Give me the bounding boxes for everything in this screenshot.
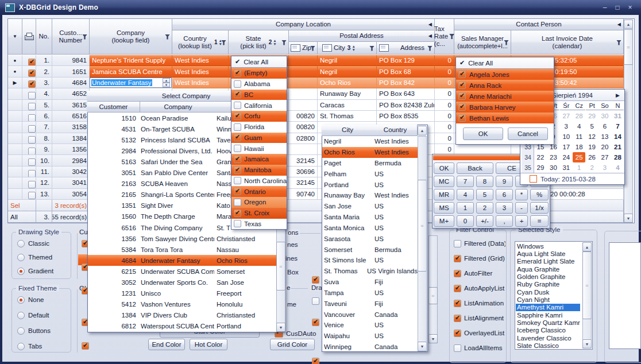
column-header-country[interactable]: Country(lookup list) 1 ▲▼ xyxy=(172,30,229,55)
checkbox[interactable] xyxy=(234,166,241,174)
list-item[interactable]: Aqua Graphite xyxy=(516,265,580,273)
checkbox[interactable] xyxy=(28,148,36,155)
grid-cell[interactable]: 30696 xyxy=(289,166,318,177)
list-item-selected[interactable]: Ocho RiosWest Indies xyxy=(322,147,418,158)
grid-cell[interactable]: 32145 xyxy=(289,177,318,188)
calc-button[interactable]: MR xyxy=(434,189,454,200)
state-option[interactable]: Texas xyxy=(231,219,287,230)
grid-cell[interactable]: 4684 xyxy=(52,78,90,88)
grid-cell[interactable] xyxy=(289,78,318,88)
grid-cell[interactable]: 0 xyxy=(435,55,454,66)
calendar-day[interactable]: 29 xyxy=(534,162,547,173)
checkbox[interactable] xyxy=(454,285,461,292)
radio-option-classic[interactable]: Classic xyxy=(17,239,69,248)
list-item[interactable]: 5412Vashon VenturesHonolulu xyxy=(88,299,276,310)
checkbox[interactable] xyxy=(234,91,241,98)
calc-button[interactable]: MC xyxy=(434,176,454,187)
column-header-company[interactable]: Company(lookup field) xyxy=(90,19,172,55)
grid-cell[interactable] xyxy=(22,88,36,99)
grid-cell[interactable]: 8. xyxy=(36,133,52,144)
calendar-day[interactable]: 17 xyxy=(560,142,573,152)
list-item[interactable]: 6215Underwater SCUBA CompanySomerset xyxy=(88,266,276,277)
checkbox[interactable] xyxy=(28,92,36,99)
filter-icon[interactable] xyxy=(165,34,170,40)
scroll-thumb[interactable]: = xyxy=(428,287,438,304)
grid-cell[interactable]: 1651 xyxy=(52,66,90,77)
calendar-day[interactable]: 7 xyxy=(611,121,624,131)
list-item[interactable]: SomersetBermuda xyxy=(322,244,418,255)
grid-cell[interactable]: Caracas xyxy=(318,100,377,111)
list-item[interactable]: SuvaFiji xyxy=(322,277,418,288)
checkbox[interactable] xyxy=(454,270,461,277)
filter-icon[interactable] xyxy=(369,46,374,51)
list-item[interactable]: 1231UniscoFreeport xyxy=(88,288,276,299)
calc-button[interactable]: 1 xyxy=(457,202,474,214)
checkbox[interactable] xyxy=(28,125,36,133)
list-item[interactable]: NegrilWest Indies xyxy=(322,136,418,147)
checkbox[interactable] xyxy=(312,276,319,284)
grid-cell[interactable] xyxy=(289,100,318,111)
checkbox[interactable] xyxy=(234,113,241,120)
calc-button[interactable]: 9 xyxy=(496,176,513,187)
scroll-thumb[interactable]: = xyxy=(276,242,285,291)
filter-icon[interactable] xyxy=(427,46,433,51)
scroll-down-button[interactable]: ▼ xyxy=(428,334,438,343)
radio-option-gradient[interactable]: Gradient xyxy=(17,266,69,276)
radio-option-buttons[interactable]: Buttons xyxy=(17,326,69,335)
current-row-indicator[interactable]: ▶ xyxy=(8,78,22,88)
grid-cell[interactable] xyxy=(8,88,22,99)
grid-cell[interactable]: 00820 xyxy=(289,122,318,133)
state-option[interactable]: BC xyxy=(231,90,287,100)
filter-option[interactable]: LoadAllItems xyxy=(454,343,505,353)
radio-button[interactable] xyxy=(17,327,25,335)
grid-cell[interactable] xyxy=(8,166,22,177)
column-header-state[interactable]: State(pick list) 2 ▲▼ xyxy=(229,30,289,55)
end-color-button[interactable]: End Color xyxy=(148,339,185,350)
grid-cell[interactable]: Ocho Rios xyxy=(318,78,377,88)
checkbox[interactable] xyxy=(312,297,319,305)
calendar-day[interactable]: 12 xyxy=(586,131,598,142)
radio-button[interactable] xyxy=(17,343,25,350)
grid-cell[interactable] xyxy=(22,133,36,144)
popup-column-customer[interactable]: Customer xyxy=(87,102,140,113)
list-item[interactable]: VancouverCanada xyxy=(322,309,418,320)
calc-button[interactable]: 3 xyxy=(496,202,513,214)
scroll-up-button[interactable]: ▲ xyxy=(624,20,633,29)
checkbox[interactable] xyxy=(234,134,241,141)
grid-cell[interactable]: 2. xyxy=(36,66,52,77)
calendar-day[interactable]: 21 xyxy=(611,142,624,152)
grid-cell[interactable]: 5. xyxy=(36,100,52,111)
grid-cell[interactable]: 0 xyxy=(435,111,454,122)
list-item[interactable]: 3052Underwater Sports Co.San Jose xyxy=(88,277,276,288)
grid-cell[interactable]: 3615 xyxy=(52,100,90,111)
calendar-day-selected[interactable]: 25 xyxy=(573,152,585,162)
grid-cell[interactable]: 00820 xyxy=(289,111,318,122)
grid-cell[interactable]: West Indies xyxy=(172,66,229,77)
list-item[interactable]: Cyan Dusk xyxy=(516,288,580,296)
checkbox[interactable] xyxy=(28,192,36,199)
filter-option[interactable]: ListAlignment xyxy=(454,313,505,323)
grid-cell[interactable]: ● xyxy=(8,55,22,66)
scroll-down-button[interactable]: ▼ xyxy=(624,214,633,223)
calc-button[interactable]: 0 xyxy=(457,215,474,227)
grid-cell[interactable] xyxy=(22,155,36,166)
grid-cell[interactable] xyxy=(289,88,318,99)
calendar-day[interactable]: 13 xyxy=(598,131,611,142)
manager-option[interactable]: Barbara Harvey xyxy=(456,102,554,113)
manager-option[interactable]: Anne Mariachi xyxy=(456,91,554,102)
checkbox[interactable] xyxy=(234,145,241,152)
checkbox[interactable] xyxy=(234,210,241,217)
list-item[interactable]: Lavender Classico xyxy=(516,334,580,342)
grid-cell[interactable]: PO Box 82438 Zulu ... xyxy=(377,100,435,111)
state-option[interactable]: California xyxy=(231,100,287,111)
grid-cell[interactable]: 3. xyxy=(36,78,52,88)
manager-option[interactable]: Angela Jones xyxy=(456,69,554,80)
checkbox[interactable] xyxy=(458,114,466,122)
list-item[interactable]: Santa MonicaUS xyxy=(322,223,418,234)
calendar-day[interactable]: 24 xyxy=(560,152,573,162)
grid-cell[interactable]: Jamaica SCUBA Centre xyxy=(90,66,172,77)
grid-cell[interactable]: 3041 xyxy=(52,177,90,188)
column-header-city[interactable]: City 3 ▲▼ xyxy=(318,42,377,55)
manager-option[interactable]: Anna Rack xyxy=(456,80,554,91)
grid-cell[interactable]: 4. xyxy=(36,88,52,99)
